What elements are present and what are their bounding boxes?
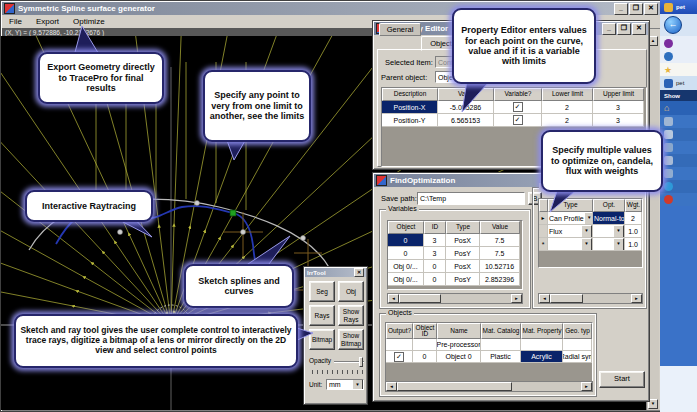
scroll-left-icon[interactable]: ◄ (386, 382, 397, 391)
variable-checkbox[interactable]: ✓ (513, 115, 523, 125)
toolbar-row (660, 36, 697, 50)
scroll-right-icon[interactable]: ► (581, 382, 592, 391)
output-checkbox[interactable]: ✓ (394, 352, 404, 362)
table-row[interactable]: ✓ 0 Object 0 Plastic Acrylic Radial sym (386, 351, 592, 363)
row-marker (539, 225, 548, 238)
opacity-slider-thumb[interactable] (359, 357, 363, 367)
seg-button[interactable]: Seg (309, 281, 335, 302)
browser-tab[interactable]: pet (660, 76, 697, 90)
background-window: pet ← ★ pet Show ⌂ (660, 0, 697, 412)
sidebar-item[interactable] (660, 128, 697, 141)
parent-object-label: Parent object: (381, 73, 427, 82)
favorites-row: ★ (660, 63, 697, 76)
scroll-left-icon[interactable]: ◄ (539, 294, 550, 303)
table-row[interactable]: 0 3 PosX 7.5 (388, 234, 522, 247)
table-row[interactable]: Position-Y 6.565153 ✓ 2 3 (382, 114, 646, 127)
minimize-icon[interactable]: _ (614, 3, 628, 15)
item-icon (664, 182, 673, 191)
table-row[interactable]: 0 3 PosY 7.5 (388, 247, 522, 260)
operands-group: Operands Type Opt. Wgt. ► Can Profile▼ N… (532, 187, 647, 309)
sidebar-item[interactable] (660, 193, 697, 206)
menu-optimize[interactable]: Optimize (66, 16, 112, 27)
window-icon (664, 3, 673, 12)
scroll-left-icon[interactable]: ◄ (388, 294, 399, 303)
operands-grid: Type Opt. Wgt. ► Can Profile▼ Normal-to-… (538, 198, 643, 268)
show-rays-button[interactable]: Show Rays (338, 305, 364, 326)
table-row[interactable]: Pre-processor (386, 339, 592, 351)
start-button[interactable]: Start (599, 371, 645, 388)
menu-file[interactable]: File (2, 16, 29, 27)
unit-combobox[interactable]: mm ▼ (326, 379, 364, 390)
table-row[interactable]: Obj 0/... 0 PosY 2.852396 (388, 273, 522, 286)
objects-group: Objects Output? Object ID Name Mat. Cata… (379, 313, 597, 397)
back-icon[interactable]: ← (664, 16, 682, 34)
background-titlebar: pet (660, 0, 697, 14)
dropdown-icon[interactable]: ▼ (613, 238, 624, 251)
irrtool-title: IrrTool (307, 270, 326, 276)
sidebar-item[interactable]: ⌂ (660, 101, 697, 115)
irrtool-titlebar: IrrTool ✕ (305, 268, 366, 277)
tab-general[interactable]: General (379, 23, 421, 36)
globe-icon[interactable] (664, 52, 673, 61)
col-value: Value (438, 88, 494, 101)
sidebar-item[interactable] (660, 180, 697, 193)
menu-export[interactable]: Export (29, 16, 66, 27)
close-icon[interactable]: ✕ (632, 23, 646, 35)
toolbar-row (660, 50, 697, 63)
item-icon (664, 169, 673, 178)
sidebar-item[interactable] (660, 141, 697, 154)
stop-icon (664, 195, 673, 204)
sidebar-item[interactable] (660, 115, 697, 128)
minimize-icon[interactable]: _ (602, 23, 616, 35)
irrtool-window: IrrTool ✕ Seg Obj Rays Show Rays Bitmap … (303, 266, 368, 405)
dropdown-icon[interactable]: ▼ (581, 238, 592, 251)
show-bitmap-button[interactable]: Show Bitmap (338, 329, 364, 350)
close-icon[interactable]: ✕ (354, 268, 364, 277)
item-icon (664, 156, 673, 165)
restore-icon[interactable]: ❐ (629, 3, 643, 15)
variables-legend: Variables (386, 205, 419, 212)
variable-checkbox[interactable]: ✓ (513, 102, 523, 112)
bitmap-button[interactable]: Bitmap (309, 329, 335, 350)
save-path-field[interactable]: C:\Temp (417, 192, 525, 205)
sidebar-item[interactable] (660, 167, 697, 180)
unit-label: Unit: (309, 381, 322, 388)
objects-hscrollbar[interactable]: ◄ ► (385, 381, 593, 392)
table-row[interactable]: Flux▼ ▼ 1.0 (539, 225, 642, 238)
favorites-star-icon[interactable]: ★ (664, 65, 672, 75)
table-row[interactable]: * ▼ ▼ 1.0 (539, 238, 642, 251)
callout-export: Export Geometry directly to TracePro for… (38, 52, 164, 104)
scroll-right-icon[interactable]: ► (511, 294, 522, 303)
rays-button[interactable]: Rays (309, 305, 335, 326)
callout-property-editor: Property Editor enters values for each p… (452, 8, 596, 84)
callout-sketch-ray-tool: Sketch and ray tool gives the user compl… (14, 314, 298, 368)
close-icon[interactable]: ✕ (644, 3, 658, 15)
app-icon (4, 3, 15, 14)
variables-hscrollbar[interactable]: ◄ ► (387, 293, 523, 304)
callout-specify-point: Specify any point to very from one limit… (203, 70, 311, 142)
messenger-icon[interactable] (664, 39, 673, 48)
callout-optimize-values: Specify multiple values to optimize on, … (541, 130, 663, 192)
col-lower-limit: Lower limit (542, 88, 593, 101)
dropdown-icon[interactable]: ▼ (584, 212, 593, 225)
dropdown-icon[interactable]: ▼ (352, 379, 363, 390)
table-row[interactable]: Position-X -5.085286 ✓ 2 3 (382, 101, 646, 114)
save-path-label: Save path: (381, 194, 417, 203)
item-icon (664, 130, 673, 139)
maximize-icon[interactable]: ❐ (617, 23, 631, 35)
dropdown-icon[interactable]: ▼ (613, 225, 624, 238)
table-row[interactable]: Obj 0/... 0 PosX 10.52716 (388, 260, 522, 273)
sidebar-item[interactable] (660, 154, 697, 167)
page-body (660, 366, 697, 412)
table-row[interactable]: ► Can Profile▼ Normal-to-▼ 2 (539, 212, 642, 225)
operands-hscrollbar[interactable]: ◄ ► (538, 293, 643, 304)
app-title: Symmetric Spline surface generator (18, 4, 155, 13)
obj-button[interactable]: Obj (338, 281, 364, 302)
col-variable: Variable? (494, 88, 542, 101)
scroll-right-icon[interactable]: ► (631, 294, 642, 303)
browser-toolbar: ← (660, 14, 697, 36)
dropdown-icon[interactable]: ▼ (581, 225, 592, 238)
col-upper-limit: Upper limit (593, 88, 644, 101)
objects-grid: Output? Object ID Name Mat. Catalog Mat.… (385, 322, 593, 382)
sidebar-header: Show (660, 90, 697, 101)
